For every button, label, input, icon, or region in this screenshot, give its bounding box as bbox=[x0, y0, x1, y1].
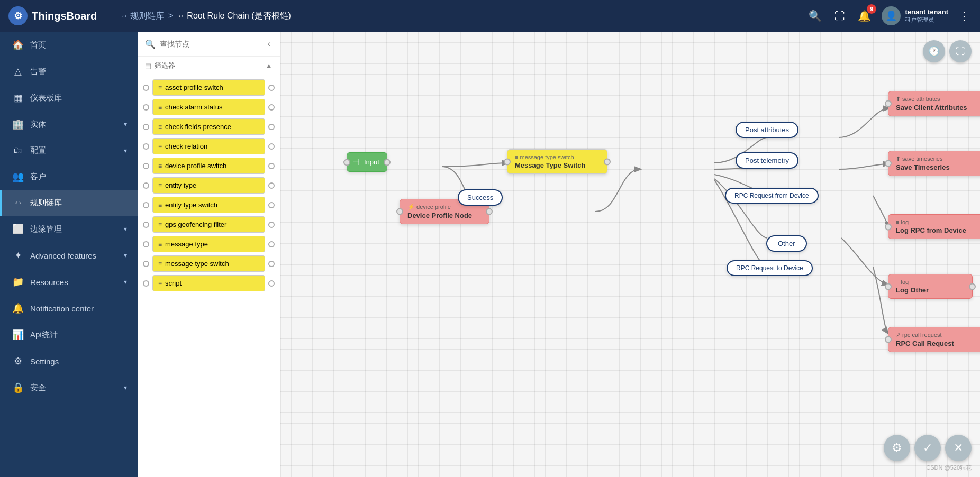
security-icon: 🔒 bbox=[12, 382, 24, 393]
canvas-check-button[interactable]: ✓ bbox=[914, 435, 941, 461]
node-panel-collapse-button[interactable]: ‹ bbox=[266, 38, 273, 50]
node-check-alarm-status[interactable]: ≡ check alarm status bbox=[152, 99, 265, 115]
canvas-watermark: CSDN @520独花 bbox=[926, 464, 972, 472]
canvas-gear-button[interactable]: ⚙ bbox=[884, 435, 910, 461]
node-connector-left-8 bbox=[143, 241, 149, 247]
sidebar-item-dashboards[interactable]: ▦ 仪表板库 bbox=[0, 85, 138, 111]
sidebar-item-advanced[interactable]: ✦ Advanced features ▾ bbox=[0, 242, 138, 269]
resources-arrow-icon: ▾ bbox=[124, 278, 127, 286]
canvas-bottom-controls: ⚙ ✓ ✕ bbox=[884, 435, 972, 461]
log-other-label: Log Other bbox=[896, 286, 929, 294]
node-device-profile-switch[interactable]: ≡ device profile switch bbox=[152, 158, 265, 174]
sidebar-item-edge[interactable]: ⬜ 边缘管理 ▾ bbox=[0, 216, 138, 242]
input-node[interactable]: ⊣ Input bbox=[347, 152, 387, 172]
topbar: ⚙ ThingsBoard ↔ 规则链库 > ↔ Root Rule Chain… bbox=[0, 0, 980, 32]
list-item: ≡ check alarm status bbox=[143, 99, 275, 115]
sidebar-item-notifications[interactable]: 🔔 Notification center bbox=[0, 295, 138, 322]
logo: ⚙ ThingsBoard bbox=[8, 6, 114, 25]
filter-icon: ▤ bbox=[145, 62, 151, 70]
list-item: ≡ entity type bbox=[143, 177, 275, 194]
sidebar-item-rule-chains[interactable]: ↔ 规则链库 bbox=[0, 190, 138, 216]
node-check-relation[interactable]: ≡ check relation bbox=[152, 138, 265, 154]
save-timeseries-node[interactable]: ⬆ save timeseries Save Timeseries bbox=[888, 151, 980, 176]
rpc-request-to-device-label[interactable]: RPC Request to Device bbox=[727, 260, 813, 276]
sidebar-item-entities[interactable]: 🏢 实体 ▾ bbox=[0, 111, 138, 137]
node-asset-profile-switch[interactable]: ≡ asset profile switch bbox=[152, 79, 265, 96]
canvas-fullscreen-button[interactable]: ⛶ bbox=[949, 40, 972, 62]
sidebar-item-alerts[interactable]: △ 告警 bbox=[0, 58, 138, 85]
edge-arrow-icon: ▾ bbox=[124, 225, 127, 233]
breadcrumb-rule-chain-link[interactable]: ↔ 规则链库 bbox=[121, 11, 164, 22]
settings-icon: ⚙ bbox=[12, 355, 24, 367]
rpc-call-connector-left bbox=[885, 336, 892, 343]
list-item: ≡ gps geofencing filter bbox=[143, 216, 275, 233]
sidebar-item-resources[interactable]: 📁 Resources ▾ bbox=[0, 269, 138, 295]
node-list: ≡ asset profile switch ≡ check alarm sta… bbox=[138, 75, 280, 477]
other-label[interactable]: Other bbox=[766, 235, 807, 252]
list-item: ≡ device profile switch bbox=[143, 158, 275, 174]
mts-connector-left bbox=[504, 158, 511, 165]
node-filter-icon-7: ≡ bbox=[158, 221, 162, 228]
node-filter-icon-8: ≡ bbox=[158, 241, 162, 248]
node-check-fields-presence[interactable]: ≡ check fields presence bbox=[152, 118, 265, 135]
user-info: 👤 tenant tenant 租户管理员 bbox=[882, 6, 948, 25]
entity-arrow-icon: ▾ bbox=[124, 121, 127, 128]
node-script[interactable]: ≡ script bbox=[152, 275, 265, 291]
notification-bell[interactable]: 🔔 9 bbox=[856, 7, 873, 24]
sidebar-item-settings[interactable]: ⚙ Settings bbox=[0, 348, 138, 374]
success-label-node[interactable]: Success bbox=[458, 189, 503, 206]
rpc-request-from-device-label[interactable]: RPC Request from Device bbox=[725, 188, 819, 204]
search-button[interactable]: 🔍 bbox=[806, 7, 824, 24]
node-entity-type-switch[interactable]: ≡ entity type switch bbox=[152, 197, 265, 213]
log-rpc-from-device-node[interactable]: ≡ log Log RPC from Device bbox=[888, 214, 980, 239]
topbar-actions: 🔍 ⛶ 🔔 9 👤 tenant tenant 租户管理员 ⋮ bbox=[806, 6, 972, 25]
list-item: ≡ script bbox=[143, 275, 275, 291]
breadcrumb: ↔ 规则链库 > ↔ Root Rule Chain (是否根链) bbox=[121, 11, 800, 22]
node-filter-icon-3: ≡ bbox=[158, 143, 162, 150]
more-menu-button[interactable]: ⋮ bbox=[957, 7, 972, 24]
log-other-node[interactable]: ≡ log Log Other bbox=[888, 274, 973, 299]
sidebar-item-home[interactable]: 🏠 首页 bbox=[0, 32, 138, 58]
node-search-input[interactable] bbox=[160, 40, 261, 48]
post-attributes-label[interactable]: Post attributes bbox=[736, 122, 798, 138]
save-attr-sublabel: ⬆ save attributes bbox=[896, 96, 940, 103]
node-connector-left-7 bbox=[143, 222, 149, 228]
node-panel: 🔍 ‹ ▤ 筛选器 ▲ ≡ asset profile switch ≡ bbox=[138, 32, 280, 477]
save-attributes-node[interactable]: ⬆ save attributes Save Client Attributes bbox=[888, 91, 980, 116]
post-telemetry-text: Post telemetry bbox=[745, 157, 789, 164]
save-attr-connector-left bbox=[885, 100, 892, 107]
node-message-type[interactable]: ≡ message type bbox=[152, 236, 265, 252]
canvas-area[interactable]: ⊣ Input ⚡ device profile Device Profile … bbox=[280, 32, 980, 477]
node-gps-geofencing[interactable]: ≡ gps geofencing filter bbox=[152, 216, 265, 233]
node-connector-right-9 bbox=[268, 261, 275, 267]
sidebar-item-security[interactable]: 🔒 安全 ▾ bbox=[0, 374, 138, 401]
edge-icon: ⬜ bbox=[12, 223, 24, 235]
history-button[interactable]: 🕐 bbox=[923, 40, 945, 62]
filter-label: 筛选器 bbox=[155, 61, 262, 70]
sidebar-item-api[interactable]: 📊 Api统计 bbox=[0, 322, 138, 348]
node-connector-left-3 bbox=[143, 143, 149, 150]
input-node-connector-right bbox=[384, 159, 391, 166]
sidebar-item-config[interactable]: 🗂 配置 ▾ bbox=[0, 137, 138, 163]
node-connector-left-6 bbox=[143, 202, 149, 208]
fullscreen-button[interactable]: ⛶ bbox=[832, 8, 847, 24]
node-filter-icon-1: ≡ bbox=[158, 104, 162, 111]
sidebar-item-customers[interactable]: 👥 客户 bbox=[0, 163, 138, 190]
post-telemetry-label[interactable]: Post telemetry bbox=[736, 152, 798, 169]
rpc-to-device-text: RPC Request to Device bbox=[736, 264, 803, 272]
rpc-call-request-node[interactable]: ↗ rpc call request RPC Call Request bbox=[888, 327, 980, 352]
node-connector-left-2 bbox=[143, 124, 149, 130]
filter-collapse-button[interactable]: ▲ bbox=[265, 61, 273, 70]
logo-icon: ⚙ bbox=[8, 6, 28, 25]
resources-icon: 📁 bbox=[12, 276, 24, 288]
node-filter-icon-0: ≡ bbox=[158, 84, 162, 91]
node-connector-right-7 bbox=[268, 222, 275, 228]
user-avatar[interactable]: 👤 bbox=[882, 6, 901, 25]
node-connector-left-9 bbox=[143, 261, 149, 267]
customer-icon: 👥 bbox=[12, 171, 24, 182]
message-type-switch-node[interactable]: ≡ message type switch Message Type Switc… bbox=[507, 149, 607, 174]
entity-icon: 🏢 bbox=[12, 118, 24, 130]
node-message-type-switch[interactable]: ≡ message type switch bbox=[152, 255, 265, 272]
canvas-close-button[interactable]: ✕ bbox=[945, 435, 972, 461]
node-entity-type[interactable]: ≡ entity type bbox=[152, 177, 265, 194]
